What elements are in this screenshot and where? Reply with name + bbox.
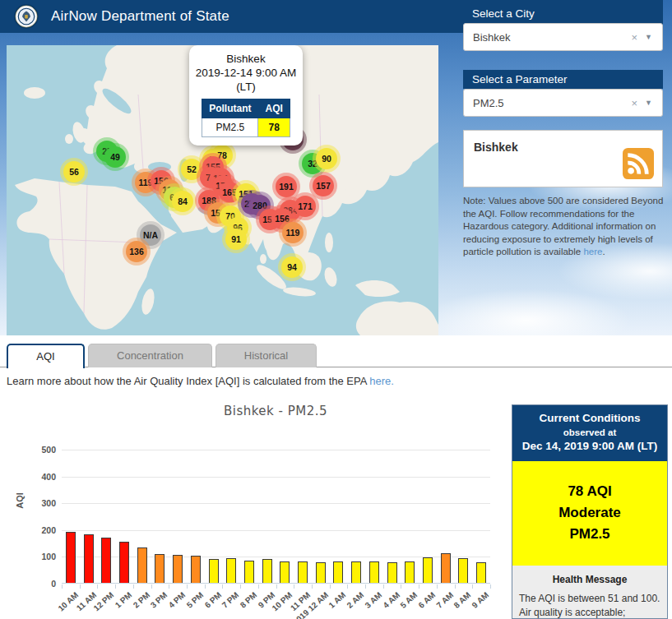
current-conditions-panel: Current Conditions observed at Dec 14, 2… xyxy=(512,404,668,619)
chart-x-tick xyxy=(401,584,401,589)
map-marker[interactable]: 90 xyxy=(316,148,337,169)
chart-bar xyxy=(441,553,451,583)
chart-x-tick-label: 7 PM xyxy=(220,590,241,610)
chart-title: Bishkek - PM2.5 xyxy=(62,404,489,418)
chart-bar xyxy=(209,559,219,583)
parameter-caret-icon[interactable]: ▼ xyxy=(645,99,662,107)
map-marker[interactable]: 84 xyxy=(172,191,193,212)
chart-x-tick-label: 8 PM xyxy=(239,590,259,610)
chart-bar xyxy=(173,555,183,583)
chart-x-tick xyxy=(240,584,241,589)
select-city-header: Select a City xyxy=(463,4,663,23)
chart-x-tick xyxy=(151,584,152,589)
note-period: . xyxy=(602,247,605,256)
chart-bar xyxy=(262,559,272,583)
chart-x-tick xyxy=(62,584,63,589)
chart-x-tick xyxy=(455,584,456,589)
aqi-category: Moderate xyxy=(516,502,664,524)
chart-bar xyxy=(226,558,236,583)
learn-more-link[interactable]: here. xyxy=(369,375,394,387)
parameter-clear-icon[interactable]: × xyxy=(623,97,645,109)
chart-x-tick-label: 3 PM xyxy=(149,590,169,610)
aqi-value-line: 78 AQI xyxy=(516,481,664,502)
chart-x-tick-label: 6 AM xyxy=(417,590,438,610)
chart-x-tick-label: 2 AM xyxy=(345,590,366,610)
chart-bar xyxy=(351,561,361,583)
map-marker[interactable]: 119 xyxy=(282,222,304,243)
map-marker[interactable]: 56 xyxy=(63,161,85,182)
city-select[interactable]: Bishkek × ▼ xyxy=(463,23,663,51)
chart-y-tick-label: 400 xyxy=(31,472,56,482)
rss-icon[interactable] xyxy=(623,148,654,179)
popup-city: Bishkek xyxy=(194,52,298,66)
chart-x-tick-label: 7 AM xyxy=(434,590,455,610)
chart-x-tick-label: 6 PM xyxy=(202,590,223,610)
note-here-link[interactable]: here xyxy=(583,247,602,256)
tab-concentration[interactable]: Concentration xyxy=(88,344,212,367)
health-message-text: The AQI is between 51 and 100. Air quali… xyxy=(519,592,660,619)
chart-x-tick-label: 5 PM xyxy=(184,590,205,610)
chart-x-tick xyxy=(437,584,438,589)
map-marker[interactable]: 94 xyxy=(281,256,303,278)
chart-y-axis-label: AQI xyxy=(15,492,25,509)
chart-gridline xyxy=(62,477,490,478)
chart-gridline xyxy=(62,450,490,450)
chart-x-tick xyxy=(419,584,419,589)
department-of-state-seal-icon xyxy=(14,4,39,29)
chart-x-tick xyxy=(330,584,331,589)
select-parameter-header: Select a Parameter xyxy=(463,70,663,89)
parameter-select[interactable]: PM2.5 × ▼ xyxy=(463,89,663,117)
chart-x-tick-label: 3 AM xyxy=(363,590,383,610)
chart-bar xyxy=(387,562,397,583)
map-marker[interactable]: 157 xyxy=(313,175,334,196)
note-text: Note: Values above 500 are considered Be… xyxy=(463,196,663,256)
chart-x-tick-label: 9 AM xyxy=(470,590,491,610)
chart-x-tick-label: 1 AM xyxy=(327,590,348,610)
chart-y-tick-label: 0 xyxy=(31,579,56,589)
chart-plot-area xyxy=(62,450,490,584)
chart-x-tick xyxy=(258,584,259,589)
map-marker[interactable]: 171 xyxy=(294,196,316,217)
chart-x-tick xyxy=(490,584,491,589)
chart-x-tick xyxy=(294,584,294,589)
tab-aqi[interactable]: AQI xyxy=(7,344,85,368)
chart-x-tick xyxy=(133,584,134,589)
parameter-select-value: PM2.5 xyxy=(464,97,623,109)
chart-bar xyxy=(244,561,254,583)
health-message-box: Health Message The AQI is between 51 and… xyxy=(512,566,667,619)
chart-x-tick xyxy=(347,584,348,589)
popup-aqi-header: AQI xyxy=(258,99,290,118)
health-message-title: Health Message xyxy=(519,574,660,585)
rss-feed-box: Bishkek xyxy=(463,130,663,187)
city-clear-icon[interactable]: × xyxy=(623,31,645,44)
chart-bar xyxy=(369,561,379,583)
chart-x-tick xyxy=(80,584,81,589)
learn-more-label: Learn more about how the Air Quality Ind… xyxy=(7,375,369,387)
chart-bar xyxy=(66,532,76,583)
chart-bar xyxy=(333,561,343,583)
tab-historical[interactable]: Historical xyxy=(216,344,317,367)
chart-x-tick-label: 1 PM xyxy=(114,590,134,610)
chart-x-tick xyxy=(312,584,313,589)
map-marker[interactable]: 136 xyxy=(126,241,147,262)
chart-bar xyxy=(298,561,308,583)
chart-y-tick-label: 100 xyxy=(31,552,56,561)
chart-bar xyxy=(137,547,147,583)
city-caret-icon[interactable]: ▼ xyxy=(645,33,662,41)
chart-gridline xyxy=(62,530,490,531)
aqi-summary-box: 78 AQI Moderate PM2.5 xyxy=(512,461,667,566)
chart-bar xyxy=(191,556,201,583)
chart-x-tick xyxy=(222,584,223,589)
chart-bar xyxy=(423,557,433,583)
chart-bar xyxy=(84,534,94,583)
map-marker[interactable]: 91 xyxy=(225,229,247,250)
city-select-value: Bishkek xyxy=(464,31,623,44)
page-title: AirNow Department of State xyxy=(51,8,229,25)
chart-bar xyxy=(155,554,165,583)
observed-time: Dec 14, 2019 9:00 AM (LT) xyxy=(516,439,664,454)
map-marker[interactable]: 49 xyxy=(104,146,126,168)
chart-x-tick-label: 4 PM xyxy=(167,590,188,610)
map-marker[interactable]: 191 xyxy=(276,176,297,197)
aqi-parameter: PM2.5 xyxy=(516,524,664,545)
world-aqi-map[interactable]: 2549565211915611960846678155711941781651… xyxy=(7,45,438,335)
